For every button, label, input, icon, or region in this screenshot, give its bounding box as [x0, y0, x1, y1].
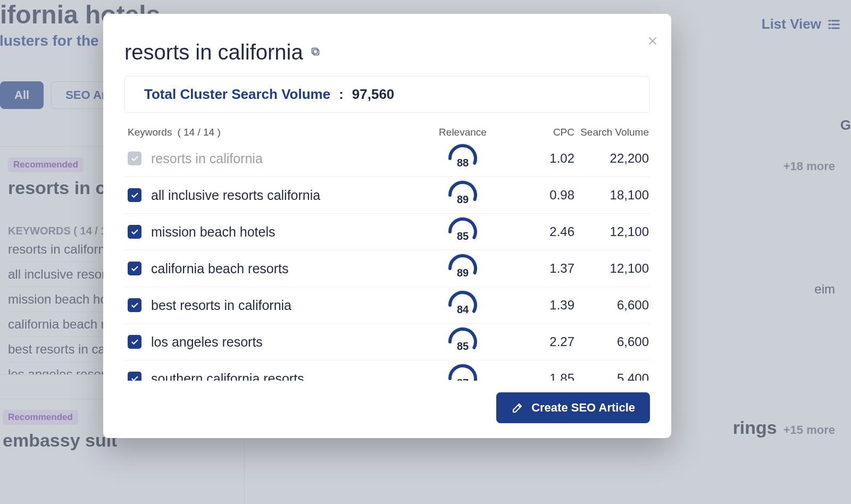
- relevance-value: 88: [447, 147, 479, 170]
- relevance-value: 87: [447, 367, 479, 381]
- keyword-checkbox[interactable]: [128, 335, 141, 349]
- svg-rect-0: [313, 49, 319, 55]
- cluster-modal: resorts in california Total Cluster Sear…: [103, 14, 671, 438]
- cpc-value: 1.39: [500, 298, 574, 313]
- create-seo-article-button[interactable]: Create SEO Article: [496, 392, 650, 423]
- th-volume: Search Volume: [574, 127, 649, 138]
- check-icon: [130, 337, 139, 347]
- svg-rect-1: [312, 48, 317, 53]
- relevance-value: 89: [447, 257, 479, 280]
- cta-label: Create SEO Article: [531, 401, 635, 415]
- cpc-value: 1.85: [500, 371, 574, 381]
- search-volume-value: 5,400: [574, 371, 649, 381]
- table-row: all inclusive resorts california 89 0.98…: [124, 177, 650, 214]
- copy-icon: [310, 46, 321, 57]
- relevance-gauge: 89: [447, 257, 479, 280]
- relevance-gauge: 85: [447, 220, 479, 243]
- table-row: california beach resorts 89 1.37 12,100: [124, 250, 650, 287]
- relevance-gauge: 89: [447, 183, 479, 207]
- keyword-checkbox[interactable]: [128, 298, 141, 312]
- check-icon: [130, 227, 139, 237]
- total-volume-label: Total Cluster Search Volume: [144, 86, 330, 103]
- search-volume-value: 6,600: [574, 334, 649, 349]
- search-volume-value: 6,600: [574, 298, 649, 313]
- cpc-value: 0.98: [500, 188, 574, 203]
- table-header: Keywords ( 14 / 14 ) Relevance CPC Searc…: [124, 127, 650, 140]
- check-icon: [130, 190, 139, 200]
- relevance-gauge: 85: [447, 330, 479, 354]
- th-keywords-count: ( 14 / 14 ): [177, 127, 220, 138]
- search-volume-value: 12,100: [574, 261, 649, 276]
- table-row: resorts in california 88 1.02 22,200: [124, 140, 650, 177]
- keyword-text: california beach resorts: [151, 261, 288, 276]
- keyword-text: southern california resorts: [151, 371, 304, 381]
- colon: :: [339, 86, 344, 103]
- cpc-value: 2.46: [500, 224, 574, 239]
- relevance-value: 89: [447, 183, 479, 207]
- total-volume-box: Total Cluster Search Volume : 97,560: [124, 76, 650, 113]
- check-icon: [130, 300, 139, 310]
- check-icon: [130, 264, 139, 273]
- edit-icon: [511, 401, 524, 414]
- th-keywords: Keywords: [128, 127, 172, 138]
- close-icon: [646, 34, 660, 48]
- table-row: mission beach hotels 85 2.46 12,100: [124, 214, 650, 250]
- keyword-text: all inclusive resorts california: [151, 188, 320, 203]
- th-cpc: CPC: [500, 127, 574, 138]
- modal-title: resorts in california: [124, 40, 303, 64]
- cpc-value: 1.37: [500, 261, 574, 276]
- relevance-gauge: 84: [447, 293, 479, 317]
- keyword-checkbox[interactable]: [128, 225, 141, 239]
- table-row: southern california resorts 87 1.85 5,40…: [124, 360, 650, 381]
- table-row: los angeles resorts 85 2.27 6,600: [124, 324, 650, 360]
- relevance-value: 85: [447, 220, 479, 243]
- relevance-value: 85: [447, 330, 479, 354]
- check-icon: [130, 374, 139, 381]
- relevance-gauge: 87: [447, 367, 479, 381]
- keyword-text: best resorts in california: [151, 298, 291, 313]
- keyword-text: los angeles resorts: [151, 334, 263, 350]
- keyword-checkbox[interactable]: [128, 372, 141, 381]
- keyword-text: resorts in california: [151, 151, 263, 166]
- th-relevance: Relevance: [426, 127, 500, 138]
- cpc-value: 1.02: [500, 151, 574, 166]
- close-button[interactable]: [646, 34, 660, 50]
- check-icon: [130, 154, 139, 163]
- relevance-gauge: 88: [447, 147, 479, 170]
- relevance-value: 84: [447, 293, 479, 317]
- total-volume-value: 97,560: [352, 86, 395, 103]
- keyword-checkbox[interactable]: [128, 188, 141, 202]
- keyword-table: resorts in california 88 1.02 22,200 all…: [124, 140, 650, 381]
- search-volume-value: 22,200: [574, 151, 649, 166]
- cpc-value: 2.27: [500, 334, 574, 349]
- table-row: best resorts in california 84 1.39 6,600: [124, 287, 650, 324]
- keyword-text: mission beach hotels: [151, 224, 275, 240]
- copy-button[interactable]: [310, 46, 321, 60]
- keyword-checkbox[interactable]: [128, 152, 141, 165]
- keyword-checkbox[interactable]: [128, 262, 141, 275]
- search-volume-value: 12,100: [574, 224, 649, 239]
- search-volume-value: 18,100: [574, 188, 649, 203]
